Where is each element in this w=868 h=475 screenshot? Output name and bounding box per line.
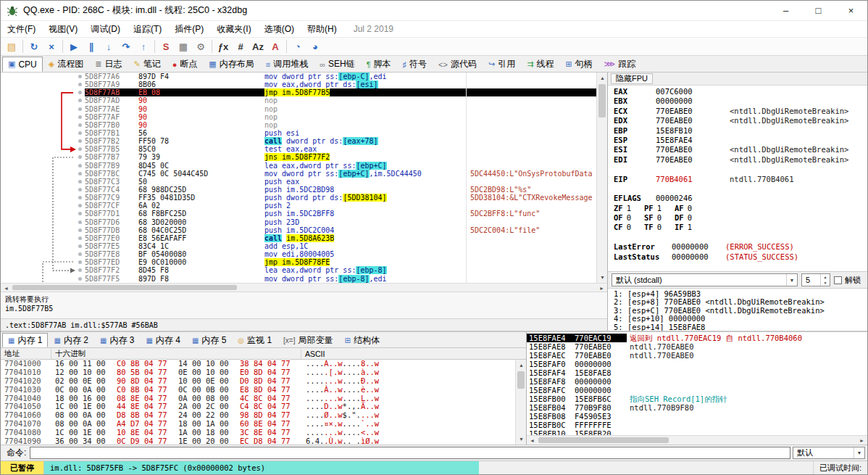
- disasm-row[interactable]: 5D8F77AD90nop: [1, 96, 596, 104]
- menu-item[interactable]: 文件(F): [1, 21, 42, 38]
- flag-value[interactable]: 0: [657, 223, 662, 231]
- step-over-button[interactable]: ↷: [117, 38, 135, 54]
- menu-item[interactable]: 调试(D): [84, 21, 127, 38]
- breakpoint-dot[interactable]: [78, 107, 82, 111]
- stack-row[interactable]: 15E8FAFC00000000: [527, 386, 867, 395]
- execute-till-return-button[interactable]: ↑: [135, 38, 152, 54]
- calling-convention-select[interactable]: 默认 (stdcall) ▼: [612, 273, 798, 286]
- breakpoint-dot[interactable]: [78, 123, 82, 127]
- stop-button[interactable]: ×: [43, 38, 60, 54]
- breakpoint-dot[interactable]: [78, 155, 82, 159]
- breakpoint-dot[interactable]: [78, 172, 82, 175]
- tab-source[interactable]: <>源代码: [433, 57, 483, 72]
- scroll-down-icon[interactable]: ▼: [597, 272, 607, 283]
- disasm-row[interactable]: 5D8F77F28D45 F8lea eax,dword ptr ss:[ebp…: [1, 266, 596, 274]
- register-value[interactable]: 770EABE0: [656, 107, 706, 116]
- tab-handles[interactable]: ⊞句柄: [559, 57, 598, 72]
- disasm-row[interactable]: 5D8F77C468 988DC25Dpush im.5DC2BD985DC2B…: [1, 186, 596, 194]
- tab-dump-3[interactable]: ▦内存 3: [94, 333, 140, 347]
- disasm-row[interactable]: 5D8F77B779 39jns im.5D8F77F2: [1, 153, 596, 161]
- command-profile-select[interactable]: 默认 ▼: [793, 447, 865, 459]
- stack-row[interactable]: 15E8FB0015E8FB6C指向SEH_Record[1]的指针: [527, 395, 867, 403]
- menu-item[interactable]: 帮助(H): [301, 21, 343, 38]
- menu-item[interactable]: 选项(O): [258, 21, 301, 38]
- disasm-row[interactable]: 5D8F77E8BF 05400080mov edi,80004005: [1, 250, 596, 258]
- register-value[interactable]: 770EABE0: [656, 155, 706, 165]
- breakpoint-dot[interactable]: [78, 99, 82, 102]
- stack-row[interactable]: 15E8FB1015E8FB20: [527, 429, 867, 435]
- breakpoint-dot[interactable]: [78, 147, 82, 151]
- scroll-up-icon[interactable]: ▲: [597, 73, 607, 83]
- breakpoint-dot[interactable]: [78, 244, 82, 248]
- stack-row[interactable]: 15E8FAE4770EAC19返回到 ntdll.770EAC19 自 ntd…: [527, 334, 867, 342]
- disasm-row[interactable]: 5D8F77E583C4 1Cadd esp,1C: [1, 242, 596, 250]
- register-value[interactable]: 00000000: [672, 252, 722, 262]
- maximize-button[interactable]: □: [802, 1, 835, 20]
- tab-breakpoints[interactable]: ●断点: [167, 57, 204, 72]
- menu-item[interactable]: 插件(P): [168, 21, 210, 38]
- scroll-down-icon[interactable]: ▼: [516, 434, 526, 445]
- disasm-row[interactable]: 5D8F77B2FF50 78call dword ptr ds:[eax+78…: [1, 137, 596, 145]
- tab-dump-2[interactable]: ▦内存 2: [48, 333, 93, 347]
- debug-help-button[interactable]: ◕: [306, 38, 324, 54]
- stack-row[interactable]: 15E8FB0CFFFFFFFE: [527, 421, 867, 429]
- breakpoint-dot[interactable]: [78, 131, 82, 135]
- run-button[interactable]: ▶: [65, 38, 83, 54]
- tab-symbols[interactable]: ♯符号: [397, 57, 433, 72]
- tab-notes[interactable]: ✎笔记: [128, 57, 166, 72]
- argument-count-stepper[interactable]: 5 ▲▼: [801, 273, 830, 286]
- disasm-row[interactable]: 5D8F77B090nop: [1, 121, 596, 129]
- step-into-button[interactable]: ↓: [100, 38, 117, 54]
- disasm-row[interactable]: 5D8F77ABEB 08jmp im.5D8F77B5: [1, 88, 596, 96]
- tab-trace-tab[interactable]: ⋙跟踪: [598, 57, 642, 72]
- disasm-row[interactable]: 5D8F77AF90nop: [1, 113, 596, 121]
- tab-graph[interactable]: ◈流程图: [43, 57, 89, 72]
- stack-row[interactable]: 15E8FAE8770EABE0ntdll.770EABE0: [527, 342, 867, 351]
- register-value[interactable]: 00000000: [672, 242, 722, 252]
- flag-value[interactable]: 0: [657, 213, 662, 222]
- tab-memory-map[interactable]: ▦内存布局: [203, 57, 259, 72]
- scroll-up-icon[interactable]: ▲: [516, 360, 526, 371]
- disasm-row[interactable]: 5D8F77B156push esi: [1, 129, 596, 137]
- disasm-row[interactable]: 5D8F77C350push eax: [1, 178, 596, 186]
- open-file-button[interactable]: ▤: [3, 38, 20, 54]
- calculator-fx-button[interactable]: ƒx: [214, 38, 232, 54]
- breakpoint-dot[interactable]: [78, 252, 82, 256]
- breakpoint-dot[interactable]: [78, 164, 82, 168]
- tab-watch-1[interactable]: ◎监视 1: [232, 333, 277, 347]
- stepper-arrows[interactable]: ▲▼: [820, 274, 830, 286]
- disasm-row[interactable]: 5D8F77F5897D F8mov dword ptr ss:[ebp-8],…: [1, 275, 596, 283]
- stack-row[interactable]: 15E8FB08F45905E3: [527, 412, 867, 421]
- stack-row[interactable]: 15E8FAF415E8FAE8: [527, 368, 867, 377]
- argument-line[interactable]: 4: [esp+10] 00000000: [614, 315, 867, 323]
- disasm-row[interactable]: 5D8F77EDE9 0C010000jmp im.5D8F78FE: [1, 258, 596, 266]
- pause-button[interactable]: ∥: [83, 38, 100, 54]
- scroll-thumb[interactable]: [517, 371, 525, 389]
- restart-button[interactable]: ↻: [25, 38, 43, 54]
- breakpoint-dot[interactable]: [78, 188, 82, 191]
- flag-value[interactable]: 1: [688, 223, 692, 231]
- patches-button[interactable]: #: [232, 38, 249, 54]
- breakpoint-dot[interactable]: [78, 115, 82, 119]
- disasm-row[interactable]: 5D8F77D168 F8BFC25Dpush im.5DC2BFF85DC2B…: [1, 210, 596, 218]
- column-header-hex[interactable]: 十六进制: [51, 349, 301, 359]
- scroll-thumb[interactable]: [538, 437, 669, 443]
- command-input[interactable]: [30, 447, 790, 459]
- stack-row[interactable]: 15E8FAF800000000: [527, 377, 867, 386]
- strings-az-button[interactable]: Az: [249, 38, 267, 54]
- register-value[interactable]: 007C6000: [656, 87, 706, 96]
- tab-dump-5[interactable]: ▦内存 5: [186, 333, 232, 347]
- tab-threads[interactable]: ⇉线程: [521, 57, 559, 72]
- stack-row[interactable]: 15E8FAF000000000: [527, 360, 867, 368]
- settings-gear-button[interactable]: ⚙: [192, 38, 209, 54]
- register-value[interactable]: 00000246: [656, 194, 706, 203]
- stack-row[interactable]: 15E8FAEC770EABE0ntdll.770EABE0: [527, 351, 867, 360]
- stepper-down-icon[interactable]: ▼: [821, 280, 830, 286]
- column-header-ascii[interactable]: ASCII: [301, 350, 526, 358]
- scylla-button[interactable]: ◔: [289, 38, 306, 54]
- breakpoint-dot[interactable]: [78, 277, 82, 281]
- hide-fpu-button[interactable]: 隐藏FPU: [611, 73, 653, 84]
- tab-call-stack[interactable]: ≡调用堆栈: [260, 57, 314, 72]
- scroll-thumb[interactable]: [12, 285, 237, 290]
- disasm-row[interactable]: 5D8F77A98B06mov eax,dword ptr ds:[esi]: [1, 80, 596, 88]
